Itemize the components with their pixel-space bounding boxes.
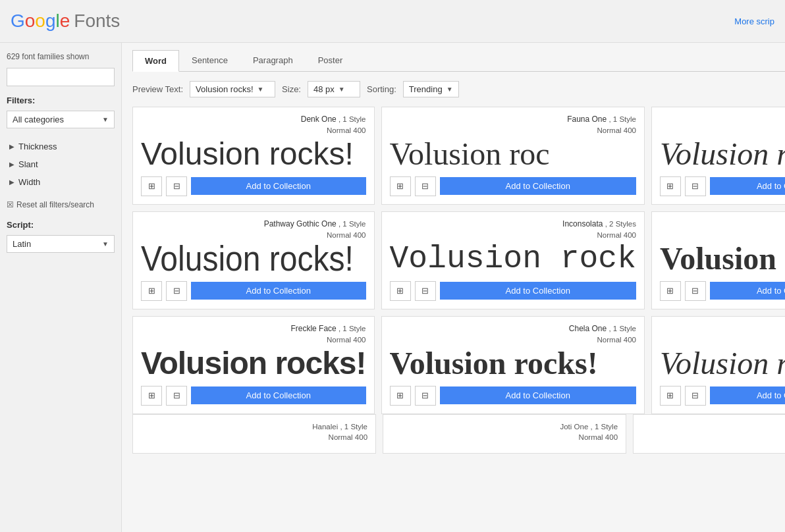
plus-square-icon: ⊞ [666, 181, 674, 191]
font-weight: Normal 400 [597, 336, 636, 344]
plus-square-icon: ⊞ [396, 390, 404, 400]
add-single-icon-button[interactable]: ⊞ [390, 281, 411, 301]
add-to-collection-button[interactable]: Add to Collection [191, 177, 366, 195]
font-preview: Volusion rocks! [141, 138, 366, 170]
grid-icon: ⊟ [421, 181, 429, 191]
add-single-icon-button[interactable]: ⊞ [141, 281, 162, 301]
add-single-icon-button[interactable]: ⊞ [390, 386, 411, 406]
script-value: Latin [13, 239, 31, 249]
filter-slant[interactable]: ▶ Slant [7, 155, 115, 173]
filter-width[interactable]: ▶ Width [7, 173, 115, 191]
sorting-dropdown[interactable]: Trending ▼ [403, 81, 459, 97]
tab-paragraph[interactable]: Paragraph [240, 49, 306, 71]
add-single-icon-button[interactable]: ⊞ [660, 281, 681, 301]
view-icon-button[interactable]: ⊟ [166, 386, 187, 406]
font-card-header: Chela One , 1 Style Normal 400 [390, 323, 636, 345]
font-preview-text: Volusion rocks! [141, 243, 354, 275]
plus-square-icon: ⊞ [396, 181, 404, 191]
font-card-footer: ⊞ ⊟ Add to Collection [141, 176, 366, 196]
add-to-collection-button[interactable]: Add to Collection [191, 386, 366, 404]
view-icon-button[interactable]: ⊟ [415, 281, 436, 301]
view-icon-button[interactable]: ⊟ [166, 176, 187, 196]
add-to-collection-button[interactable]: Add to Collection [710, 386, 785, 404]
preview-text-value: Volusion rocks! [196, 84, 253, 94]
filter-thickness[interactable]: ▶ Thickness [7, 138, 115, 155]
font-card: Kite One , 1 Style Normal 400 Volusion r… [651, 107, 785, 205]
tab-poster[interactable]: Poster [306, 49, 356, 71]
script-dropdown[interactable]: Latin ▼ [7, 235, 115, 253]
logo-fonts-text: Fonts [74, 11, 120, 32]
font-card-partial: Hanalei , 1 Style Normal 400 [132, 414, 376, 454]
filter-width-label: Width [18, 177, 40, 187]
preview-text-label: Preview Text: [132, 84, 183, 94]
font-card-footer: ⊞ ⊟ Add to Collection [390, 386, 636, 406]
font-name: Denk One [301, 115, 337, 124]
font-card: Inconsolata , 2 Styles Normal 400 Volusi… [381, 211, 645, 309]
font-preview: Volusion rocks! [390, 348, 636, 379]
plus-square-icon: ⊞ [396, 286, 404, 296]
width-arrow-icon: ▶ [9, 178, 14, 186]
grid-icon: ⊟ [421, 286, 429, 296]
reset-filters-button[interactable]: ☒ Reset all filters/search [7, 200, 115, 209]
font-styles: 1 Style [342, 325, 365, 332]
font-preview: Volusion rocks. [660, 138, 785, 170]
logo-google: Google [11, 11, 70, 32]
search-input[interactable] [7, 68, 115, 86]
add-to-collection-button[interactable]: Add to Collection [440, 177, 636, 195]
font-card-footer: ⊞ ⊟ Add to Collection [660, 176, 785, 196]
add-to-collection-button[interactable]: Add to Collection [191, 282, 366, 300]
view-icon-button[interactable]: ⊟ [685, 281, 706, 301]
font-styles: 1 Style [613, 325, 636, 332]
view-icon-button[interactable]: ⊟ [685, 386, 706, 406]
add-single-icon-button[interactable]: ⊞ [141, 176, 162, 196]
plus-square-icon: ⊞ [148, 181, 155, 191]
font-preview: Volusion rocks [660, 348, 785, 379]
categories-dropdown[interactable]: All categories ▼ [7, 111, 115, 128]
font-card-footer: ⊞ ⊟ Add to Collection [390, 281, 636, 301]
add-to-collection-button[interactable]: Add to Collection [710, 282, 785, 300]
grid-icon: ⊟ [691, 181, 699, 191]
view-icon-button[interactable]: ⊟ [166, 281, 187, 301]
font-preview-text: Volusion rocks! [660, 243, 785, 275]
font-weight: Normal 400 [597, 126, 636, 134]
grid-icon: ⊟ [691, 390, 699, 400]
font-card-header: Inconsolata , 2 Styles Normal 400 [390, 219, 636, 240]
view-icon-button[interactable]: ⊟ [685, 176, 706, 196]
font-card: Acme , 1 Style Normal 400 Volusion rocks… [651, 211, 785, 309]
tab-word[interactable]: Word [132, 50, 179, 72]
preview-text-dropdown[interactable]: Volusion rocks! ▼ [190, 81, 275, 97]
font-card-header: Lily Script One , 1 Style Normal 400 [660, 323, 785, 345]
tab-sentence[interactable]: Sentence [179, 49, 240, 71]
add-single-icon-button[interactable]: ⊞ [141, 386, 162, 406]
sorting-arrow-icon: ▼ [447, 86, 453, 93]
font-card-partial: Joti One , 1 Style Normal 400 [383, 414, 626, 454]
font-preview-text: Volusion rocks! [141, 138, 354, 170]
add-to-collection-button[interactable]: Add to Collection [440, 282, 636, 300]
font-card-footer: ⊞ ⊟ Add to Collection [141, 281, 366, 301]
add-to-collection-button[interactable]: Add to Collection [710, 177, 785, 195]
font-preview-text: Volusion rock [390, 243, 636, 275]
reset-label: Reset all filters/search [16, 200, 94, 209]
view-icon-button[interactable]: ⊟ [415, 176, 436, 196]
font-preview-text: Volusion rocks. [660, 138, 785, 170]
filter-thickness-label: Thickness [18, 142, 57, 151]
add-single-icon-button[interactable]: ⊞ [660, 176, 681, 196]
partial-font-header: Joti One , 1 Style Normal 400 [391, 421, 618, 442]
add-to-collection-button[interactable]: Add to Collection [440, 386, 636, 404]
add-single-icon-button[interactable]: ⊞ [390, 176, 411, 196]
view-icon-button[interactable]: ⊟ [415, 386, 436, 406]
font-card-header: Fauna One , 1 Style Normal 400 [390, 114, 636, 136]
font-card-header: Kite One , 1 Style Normal 400 [660, 114, 785, 136]
add-single-icon-button[interactable]: ⊞ [660, 386, 681, 406]
grid-icon: ⊟ [691, 286, 699, 296]
font-card-header: Freckle Face , 1 Style Normal 400 [141, 323, 366, 345]
script-arrow-icon: ▼ [102, 240, 109, 248]
script-label: Script: [7, 220, 115, 230]
font-name: Inconsolata [562, 219, 603, 228]
grid-icon: ⊟ [421, 390, 429, 400]
tabs-bar: WordSentenceParagraphPoster [132, 49, 785, 72]
more-scripts-link[interactable]: More scrip [734, 16, 774, 26]
font-styles: 1 Style [613, 115, 636, 123]
reset-icon: ☒ [7, 200, 14, 209]
size-dropdown[interactable]: 48 px ▼ [308, 81, 360, 97]
